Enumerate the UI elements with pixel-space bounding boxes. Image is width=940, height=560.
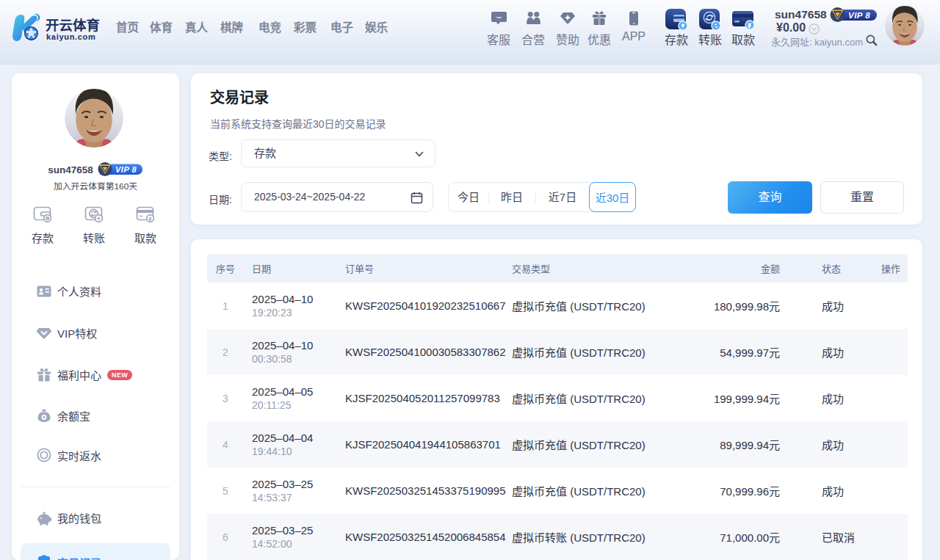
svg-text:开云体育: 开云体育 — [46, 18, 100, 33]
svg-text:kaiyun.com: kaiyun.com — [46, 32, 96, 41]
svg-text:VIP 8: VIP 8 — [848, 11, 870, 20]
svg-text:VIP 8: VIP 8 — [115, 165, 137, 174]
